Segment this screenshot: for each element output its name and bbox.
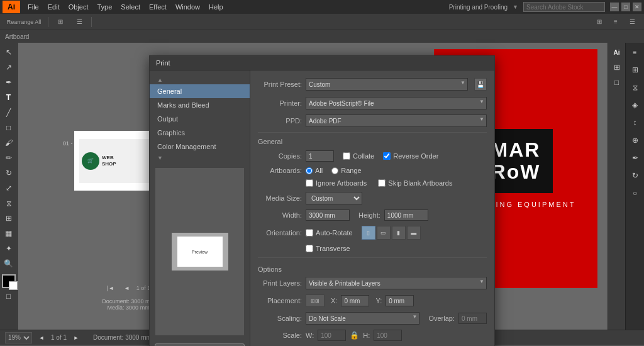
scaling-wrapper: Do Not Scale bbox=[306, 312, 419, 325]
menu-edit[interactable]: Edit bbox=[44, 2, 64, 12]
media-size-select-wrapper: Custom bbox=[306, 192, 362, 204]
maximize-button[interactable]: □ bbox=[621, 3, 630, 11]
print-layers-wrapper: Visible & Printable Layers bbox=[306, 277, 487, 289]
print-layers-select[interactable]: Visible & Printable Layers bbox=[306, 277, 487, 289]
nav-output[interactable]: Output bbox=[150, 112, 250, 126]
setup-button[interactable]: Setup... bbox=[155, 343, 245, 346]
menu-window[interactable]: Window bbox=[172, 2, 204, 12]
orient-portrait-flip-btn[interactable]: ▮ bbox=[392, 226, 406, 240]
reverse-order-label: Reverse Order bbox=[393, 152, 438, 160]
transverse-label: Transverse bbox=[316, 245, 350, 252]
toolbar-sep-1 bbox=[48, 17, 48, 27]
collate-label: Collate bbox=[353, 152, 374, 160]
media-size-label: Media Size: bbox=[258, 194, 302, 202]
scale-label: Scale: bbox=[258, 332, 302, 339]
transverse-row: Transverse bbox=[306, 245, 487, 252]
transverse-checkbox[interactable] bbox=[306, 245, 313, 252]
next-artboard-btn[interactable]: ► bbox=[69, 331, 83, 345]
menu-help[interactable]: Help bbox=[205, 2, 227, 12]
dialog-title-text: Print bbox=[156, 59, 170, 67]
collate-checkbox[interactable] bbox=[343, 152, 350, 160]
close-button[interactable]: ✕ bbox=[633, 3, 641, 11]
overlap-input[interactable] bbox=[458, 313, 487, 324]
options-label: Options bbox=[258, 265, 487, 273]
menu-bar: Ai File Edit Object Type Select Effect W… bbox=[0, 0, 644, 14]
w-label: W: bbox=[306, 332, 314, 339]
orient-portrait-btn[interactable]: ▯ bbox=[362, 226, 375, 240]
height-input[interactable] bbox=[384, 209, 428, 221]
menu-type[interactable]: Type bbox=[94, 2, 116, 12]
copies-input[interactable] bbox=[306, 150, 334, 162]
nav-graphics[interactable]: Graphics bbox=[150, 126, 250, 140]
printer-label: Printer: bbox=[258, 99, 302, 107]
menu-file[interactable]: File bbox=[24, 2, 43, 12]
panel-options-2[interactable]: ≡ bbox=[609, 16, 623, 28]
x-input[interactable] bbox=[341, 295, 369, 306]
dialog-title-bar: Print bbox=[150, 56, 494, 70]
w-input[interactable] bbox=[318, 330, 346, 341]
nav-marks-bleed[interactable]: Marks and Bleed bbox=[150, 98, 250, 112]
ppd-select[interactable]: Adobe PDF bbox=[306, 114, 487, 127]
orient-landscape-flip-btn[interactable]: ▬ bbox=[407, 226, 421, 240]
printer-select[interactable]: Adobe PostScript® File bbox=[306, 97, 487, 109]
separator-1 bbox=[258, 132, 487, 133]
print-preview-thumbnail: Preview bbox=[172, 233, 228, 271]
nav-scroll-up[interactable]: ▲ bbox=[150, 75, 250, 84]
y-label: Y: bbox=[375, 297, 382, 304]
nav-scroll-down[interactable]: ▼ bbox=[150, 153, 250, 162]
ignore-row: Ignore Artboards Skip Blank Artboards bbox=[306, 179, 487, 187]
secondary-toolbar: Rearrange All ⊞ ☰ ⊞ ≡ ☰ bbox=[0, 14, 644, 30]
skip-blank-checkbox[interactable] bbox=[378, 179, 386, 187]
panel-options-1[interactable]: ⊞ bbox=[592, 16, 606, 28]
panel-options-3[interactable]: ☰ bbox=[625, 16, 639, 28]
ignore-artboards-checkbox[interactable] bbox=[306, 179, 313, 187]
media-size-row: Media Size: Custom bbox=[258, 192, 487, 204]
media-size-select[interactable]: Custom bbox=[306, 192, 362, 204]
reverse-order-checkbox[interactable] bbox=[383, 152, 391, 160]
dialog-body: ▲ General Marks and Bleed Output Graphic… bbox=[150, 70, 494, 346]
skip-blank-label: Skip Blank Artboards bbox=[388, 179, 452, 187]
app-logo: Ai bbox=[3, 1, 20, 13]
orientation-label: Orientation: bbox=[258, 229, 302, 237]
all-radio[interactable] bbox=[306, 167, 313, 174]
menu-effect[interactable]: Effect bbox=[145, 2, 170, 12]
nav-general[interactable]: General bbox=[150, 84, 250, 98]
all-radio-row: All bbox=[306, 167, 323, 174]
nav-color-management[interactable]: Color Management bbox=[150, 140, 250, 153]
range-label: Range bbox=[341, 167, 361, 174]
overlap-label: Overlap: bbox=[428, 315, 455, 322]
adobe-stock-search[interactable] bbox=[523, 2, 605, 12]
h-label: H: bbox=[363, 332, 370, 339]
print-layers-label: Print Layers: bbox=[258, 279, 302, 287]
width-input[interactable] bbox=[306, 209, 350, 221]
prev-artboard-btn[interactable]: ◄ bbox=[35, 331, 48, 345]
preset-save-icon[interactable]: 💾 bbox=[474, 78, 487, 91]
preset-row: Print Preset: Custom 💾 bbox=[258, 78, 487, 91]
reverse-order-row: Reverse Order bbox=[383, 152, 438, 160]
separator-2 bbox=[258, 257, 487, 258]
auto-rotate-label: Auto-Rotate bbox=[316, 229, 353, 237]
ignore-artboards-row: Ignore Artboards bbox=[306, 179, 367, 187]
options-section: Options Print Layers: Visible & Printabl… bbox=[258, 265, 487, 346]
all-label: All bbox=[315, 167, 323, 174]
grid-view-button[interactable]: ⊞ bbox=[53, 16, 67, 28]
range-radio[interactable] bbox=[331, 167, 338, 174]
scaling-select[interactable]: Do Not Scale bbox=[306, 312, 419, 325]
placement-grid-btn[interactable]: ⊞⊞ bbox=[306, 294, 325, 307]
rearrange-all-button[interactable]: Rearrange All bbox=[5, 16, 43, 28]
auto-rotate-checkbox[interactable] bbox=[306, 229, 313, 237]
artboard-page-label: 1 of 1 bbox=[51, 334, 67, 341]
menu-select[interactable]: Select bbox=[117, 2, 144, 12]
zoom-select[interactable]: 19% bbox=[5, 332, 32, 343]
h-input[interactable] bbox=[374, 330, 402, 341]
dropdown-arrow-icon[interactable]: ▼ bbox=[513, 4, 518, 10]
print-preview-pane: Preview bbox=[155, 167, 245, 336]
minimize-button[interactable]: — bbox=[610, 3, 619, 11]
menu-object[interactable]: Object bbox=[65, 2, 92, 12]
orient-landscape-btn[interactable]: ▭ bbox=[377, 226, 391, 240]
y-input[interactable] bbox=[386, 295, 414, 306]
list-view-button[interactable]: ☰ bbox=[72, 16, 86, 28]
collate-checkbox-row: Collate bbox=[343, 152, 374, 160]
preset-select[interactable]: Custom bbox=[306, 78, 468, 91]
ppd-select-wrapper: Adobe PDF bbox=[306, 114, 487, 127]
